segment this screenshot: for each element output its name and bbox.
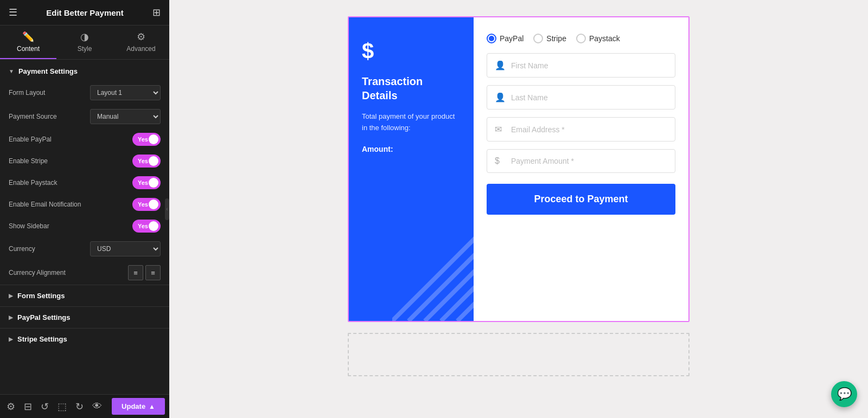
paypal-radio-circle: [487, 34, 496, 43]
enable-email-notification-value: Yes: [135, 201, 148, 208]
layers-icon[interactable]: ⊟: [22, 398, 34, 415]
update-arrow-icon: ▲: [149, 403, 155, 410]
resize-handle[interactable]: ‹: [165, 198, 169, 220]
sidebar-footer: ⚙ ⊟ ↺ ⬚ ↻ 👁 Update ▲: [0, 394, 169, 418]
enable-paypal-label: Enable PayPal: [9, 136, 132, 143]
enable-paystack-label: Enable Paystack: [9, 179, 132, 187]
paypal-settings-section[interactable]: ▶ PayPal Settings: [0, 306, 169, 328]
toggle-knob-paystack: [149, 178, 158, 188]
last-name-field[interactable]: 👤 Last Name: [487, 85, 675, 110]
enable-email-notification-label: Enable Email Notification: [9, 201, 132, 208]
align-right-button[interactable]: ≡: [145, 265, 161, 280]
sidebar-header: ☰ Edit Better Payment ⊞: [0, 0, 169, 25]
grid-icon[interactable]: ⊞: [152, 7, 161, 18]
paypal-radio-option[interactable]: PayPal: [487, 34, 524, 43]
payment-settings-label: Payment Settings: [18, 67, 78, 75]
enable-paypal-toggle[interactable]: Yes: [132, 133, 161, 146]
responsive-icon[interactable]: ⬚: [55, 398, 69, 415]
advanced-icon: ⚙: [137, 31, 145, 43]
rotate-icon[interactable]: ↻: [73, 398, 86, 415]
last-name-icon: 👤: [495, 92, 506, 102]
widget-left-panel: $ Transaction Details Total payment of y…: [349, 17, 474, 321]
toggle-knob-sidebar: [149, 221, 158, 231]
content-icon: ✏️: [22, 31, 34, 43]
payment-source-row: Payment Source Manual: [0, 105, 169, 128]
form-layout-select[interactable]: Layout 1: [90, 85, 161, 100]
tab-advanced-label: Advanced: [126, 45, 155, 53]
payment-settings-arrow: ▼: [9, 68, 14, 74]
form-layout-row: Form Layout Layout 1: [0, 81, 169, 105]
stripe-radio-label: Stripe: [546, 34, 566, 43]
amount-icon: $: [495, 156, 506, 166]
update-button[interactable]: Update ▲: [112, 398, 165, 415]
show-sidebar-toggle[interactable]: Yes: [132, 220, 161, 233]
currency-alignment-row: Currency Alignment ≡ ≡: [0, 261, 169, 285]
tab-content[interactable]: ✏️ Content: [0, 25, 56, 59]
enable-paystack-value: Yes: [135, 179, 148, 186]
enable-paypal-row: Enable PayPal Yes: [0, 128, 169, 150]
stripe-radio-circle: [533, 34, 543, 43]
enable-stripe-row: Enable Stripe Yes: [0, 150, 169, 172]
toggle-knob: [149, 134, 158, 144]
style-icon: ◑: [80, 31, 89, 43]
form-settings-arrow: ▶: [9, 293, 13, 299]
tab-advanced[interactable]: ⚙ Advanced: [113, 25, 169, 59]
enable-email-notification-row: Enable Email Notification Yes: [0, 194, 169, 215]
sidebar-tabs: ✏️ Content ◑ Style ⚙ Advanced: [0, 25, 169, 60]
payment-source-select[interactable]: Manual: [90, 109, 161, 124]
first-name-field[interactable]: 👤 First Name: [487, 53, 675, 78]
settings-icon[interactable]: ⚙: [4, 398, 17, 415]
form-settings-label: Form Settings: [17, 292, 65, 300]
chat-bubble[interactable]: 💬: [831, 381, 857, 407]
enable-email-notification-toggle[interactable]: Yes: [132, 198, 161, 211]
enable-stripe-value: Yes: [135, 158, 148, 164]
eye-icon[interactable]: 👁: [90, 398, 104, 414]
stripe-radio-option[interactable]: Stripe: [533, 34, 566, 43]
show-sidebar-label: Show Sidebar: [9, 222, 132, 230]
widget-right-panel: PayPal Stripe Paystack 👤 First Name 👤: [474, 17, 688, 321]
payment-amount-field[interactable]: $ Payment Amount: [487, 149, 675, 173]
stripe-decoration: [392, 223, 474, 321]
dollar-sign: $: [362, 39, 374, 63]
email-icon: ✉: [495, 124, 506, 134]
hamburger-icon[interactable]: ☰: [9, 7, 17, 18]
history-icon[interactable]: ↺: [39, 398, 51, 415]
stripe-settings-label: Stripe Settings: [17, 335, 67, 343]
paystack-radio-label: Paystack: [589, 34, 620, 43]
email-placeholder: Email Address: [511, 125, 565, 134]
form-layout-label: Form Layout: [9, 89, 90, 97]
bottom-placeholder: [348, 333, 690, 376]
currency-select[interactable]: USD: [90, 241, 161, 256]
svg-line-0: [392, 223, 474, 321]
currency-label: Currency: [9, 245, 90, 253]
show-sidebar-value: Yes: [135, 223, 148, 229]
payment-settings-header[interactable]: ▼ Payment Settings: [0, 60, 169, 81]
show-sidebar-row: Show Sidebar Yes: [0, 215, 169, 237]
payment-widget: $ Transaction Details Total payment of y…: [348, 16, 690, 322]
paypal-radio-label: PayPal: [500, 34, 524, 43]
sidebar: ☰ Edit Better Payment ⊞ ✏️ Content ◑ Sty…: [0, 0, 169, 418]
email-field[interactable]: ✉ Email Address: [487, 117, 675, 142]
paystack-radio-circle: [576, 34, 586, 43]
payment-radio-group: PayPal Stripe Paystack: [487, 34, 675, 43]
tab-style[interactable]: ◑ Style: [56, 25, 113, 59]
currency-row: Currency USD: [0, 237, 169, 261]
first-name-icon: 👤: [495, 60, 506, 70]
enable-stripe-toggle[interactable]: Yes: [132, 155, 161, 168]
amount-label: Amount:: [362, 145, 393, 153]
align-left-button[interactable]: ≡: [128, 265, 143, 280]
enable-paypal-value: Yes: [135, 136, 148, 143]
widget-title: Transaction Details: [362, 74, 461, 102]
paystack-radio-option[interactable]: Paystack: [576, 34, 620, 43]
tab-content-label: Content: [17, 45, 40, 53]
stripe-settings-section[interactable]: ▶ Stripe Settings: [0, 328, 169, 350]
enable-paystack-toggle[interactable]: Yes: [132, 176, 161, 189]
sidebar-title: Edit Better Payment: [46, 8, 124, 17]
paypal-settings-arrow: ▶: [9, 314, 13, 320]
sidebar-content: ▼ Payment Settings Form Layout Layout 1 …: [0, 60, 169, 418]
proceed-to-payment-button[interactable]: Proceed to Payment: [487, 184, 675, 215]
widget-description: Total payment of your product in the fol…: [362, 111, 461, 134]
form-settings-section[interactable]: ▶ Form Settings: [0, 285, 169, 306]
update-label: Update: [122, 402, 145, 410]
stripe-settings-arrow: ▶: [9, 336, 13, 342]
